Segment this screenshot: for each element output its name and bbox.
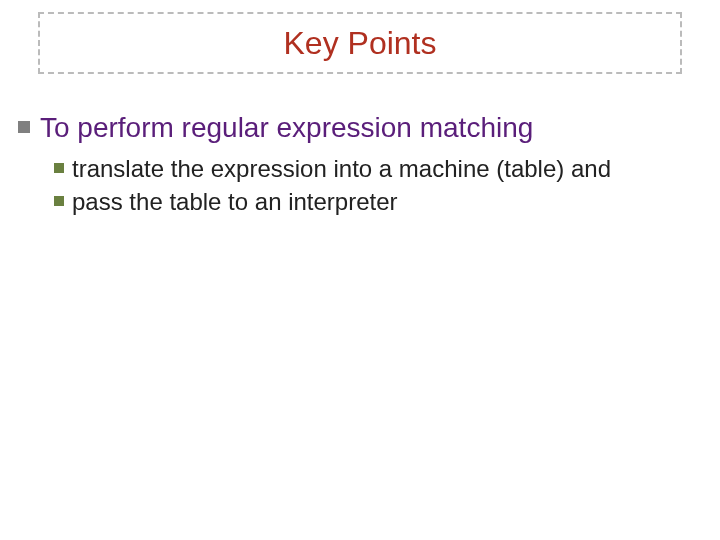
list-item: translate the expression into a machine …	[54, 153, 702, 184]
bullet-text: translate the expression into a machine …	[72, 153, 611, 184]
slide-title: Key Points	[284, 25, 437, 62]
square-bullet-icon	[54, 163, 64, 173]
bullet-text: pass the table to an interpreter	[72, 186, 398, 217]
square-bullet-icon	[54, 196, 64, 206]
slide-body: To perform regular expression matching t…	[18, 110, 702, 217]
title-box: Key Points	[38, 12, 682, 74]
square-bullet-icon	[18, 121, 30, 133]
bullet-text: To perform regular expression matching	[40, 110, 533, 145]
list-item: pass the table to an interpreter	[54, 186, 702, 217]
sub-list: translate the expression into a machine …	[54, 153, 702, 217]
list-item: To perform regular expression matching	[18, 110, 702, 145]
slide: Key Points To perform regular expression…	[0, 0, 720, 540]
